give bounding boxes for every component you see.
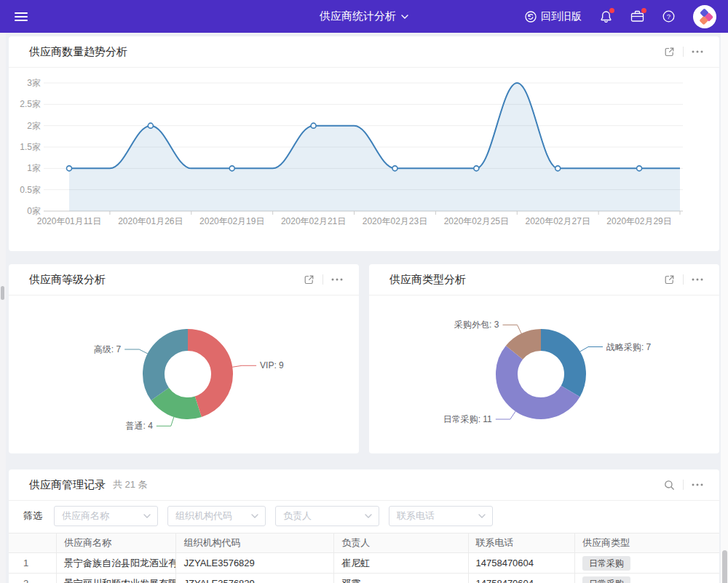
table-header-row: 供应商名称组织机构代码负责人联系电话供应商类型 [9,533,719,553]
label-leader-line [232,365,256,367]
filter-select-2[interactable]: 组织机构代码 [167,506,266,526]
data-point-marker [229,166,234,171]
chevron-down-icon [478,514,486,518]
search-button[interactable] [664,480,675,491]
org-code-cell: JZYALE3576829 [176,553,334,574]
row-number-header [9,533,57,553]
more-button[interactable] [692,50,703,53]
divider [683,274,684,285]
ellipsis-icon [331,278,343,281]
column-header: 联系电话 [469,533,576,553]
divider [683,47,684,57]
more-button[interactable] [692,483,703,486]
filter-select-3[interactable]: 负责人 [275,506,379,526]
notifications-button[interactable] [600,10,612,23]
export-button[interactable] [664,274,675,285]
row-number: 1 [9,553,57,574]
org-code-cell: JZYALE3576829 [176,574,334,583]
label-leader-line [124,349,148,354]
left-scrollbar-track[interactable] [0,33,6,583]
page-title: 供应商统计分析 [320,9,396,23]
back-to-old-version-label: 回到旧版 [541,10,582,23]
notification-badge [609,8,614,13]
chevron-down-icon [365,514,372,518]
more-button[interactable] [331,278,343,281]
supplier-level-card: 供应商等级分析 VIP: 9普通: 4高级: 7 [9,264,359,453]
data-point-marker [148,123,153,128]
level-card-title: 供应商等级分析 [29,273,106,287]
user-avatar[interactable] [693,5,716,28]
chevron-down-icon [401,15,408,19]
select-placeholder: 联系电话 [397,509,435,523]
pie-slice-label: 战略采购: 7 [606,342,652,352]
pie-slice-label: 日常采购: 11 [443,414,492,424]
back-to-old-version-button[interactable]: 回到旧版 [525,10,582,23]
data-point-marker [474,166,479,171]
chevron-down-icon [143,514,151,518]
supplier-name-cell: 景宁丽川和顺农业发展有限公司 [57,574,177,583]
x-axis-tick-label: 2020年02月25日 [444,216,509,226]
label-leader-line [157,417,174,426]
records-card-title: 供应商管理记录 [29,478,106,492]
table-row[interactable]: 2景宁丽川和顺农业发展有限公司JZYALE3576829邓霞1475847060… [9,574,719,583]
workbench-button[interactable] [630,10,644,23]
trend-card-title: 供应商数量趋势分析 [29,45,127,59]
svg-text:?: ? [667,12,670,20]
pie-slice-label: 采购外包: 3 [454,320,499,330]
export-icon [304,274,314,285]
filter-label: 筛选 [23,509,42,523]
supplier-type-donut-chart: 战略采购: 7日常采购: 11采购外包: 3 [369,296,719,453]
supplier-type-cell: 日常采购 [575,553,719,574]
x-axis-tick-label: 2020年02月19日 [199,216,264,226]
y-axis-tick-label: 2家 [27,121,41,131]
more-button[interactable] [692,278,703,281]
trend-analysis-card: 供应商数量趋势分析 0家0.5家1家1.5家2家2.5家3家2020年01月11… [9,36,719,251]
pie-slice-label: 高级: 7 [94,344,122,354]
select-placeholder: 负责人 [283,509,312,523]
chevron-down-icon [251,514,258,518]
pie-slice-label: VIP: 9 [260,360,284,370]
trend-line-chart: 0家0.5家1家1.5家2家2.5家3家2020年01月11日2020年01月2… [9,68,719,251]
type-tag: 日常采购 [582,556,630,571]
type-card-title: 供应商类型分析 [389,273,466,287]
owner-cell: 崔尼虹 [334,553,468,574]
export-button[interactable] [304,274,314,285]
left-scrollbar-thumb[interactable] [1,286,4,300]
export-button[interactable] [664,47,675,57]
supplier-level-donut-chart: VIP: 9普通: 4高级: 7 [9,296,359,453]
question-circle-icon: ? [662,10,675,23]
divider [323,274,323,285]
label-leader-line [496,411,515,419]
return-old-version-icon [525,11,537,23]
y-axis-tick-label: 2.5家 [20,99,41,109]
data-point-marker [67,166,72,171]
filter-row: 筛选 供应商名称 组织机构代码 负责人 联系电话 [23,506,719,526]
right-scrollbar-track[interactable] [721,33,728,583]
export-icon [664,274,675,285]
y-axis-tick-label: 1.5家 [20,142,41,152]
search-icon [664,480,675,491]
column-header: 负责人 [334,533,468,553]
x-axis-tick-label: 2020年02月29日 [606,216,671,226]
x-axis-tick-label: 2020年01月26日 [118,216,183,226]
records-table: 供应商名称组织机构代码负责人联系电话供应商类型 1景宁畲族自治县阳龙酒业有限公司… [9,533,719,583]
table-row[interactable]: 1景宁畲族自治县阳龙酒业有限公司JZYALE3576829崔尼虹14758470… [9,553,719,574]
data-point-marker [637,166,642,171]
select-placeholder: 供应商名称 [62,509,109,523]
x-axis-tick-label: 2020年02月21日 [281,216,346,226]
y-axis-tick-label: 0家 [27,206,41,216]
y-axis-tick-label: 0.5家 [20,185,41,195]
row-number: 2 [9,574,57,583]
help-button[interactable]: ? [662,10,675,23]
select-placeholder: 组织机构代码 [175,509,232,523]
export-icon [664,47,675,57]
filter-select-1[interactable]: 供应商名称 [54,506,158,526]
label-leader-line [503,325,522,333]
column-header: 组织机构代码 [176,533,334,553]
filter-select-4[interactable]: 联系电话 [389,506,493,526]
data-point-marker [311,123,316,128]
page-title-dropdown[interactable]: 供应商统计分析 [320,0,408,33]
hamburger-menu-icon[interactable] [15,12,28,22]
supplier-type-card: 供应商类型分析 战略采购: 7日常采购: 11采购外包: 3 [369,264,719,453]
right-scrollbar-thumb[interactable] [722,550,727,583]
